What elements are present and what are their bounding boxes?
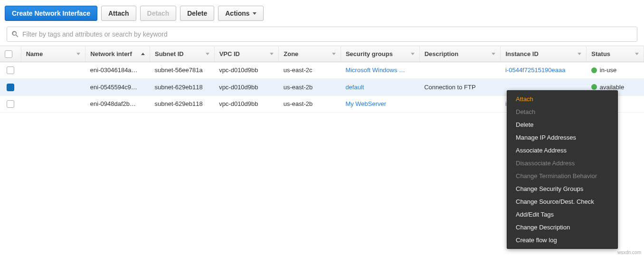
menu-item-detach: Detach	[507, 105, 617, 118]
table-row[interactable]: eni-03046184a…subnet-56ee781avpc-d010d9b…	[0, 62, 644, 79]
col-vpc-label: VPC ID	[219, 50, 240, 57]
actions-button[interactable]: Actions	[218, 6, 263, 21]
watermark: wsxdn.com	[617, 250, 641, 255]
toolbar: Create Network Interface Attach Detach D…	[0, 0, 644, 27]
menu-item-change-security-groups[interactable]: Change Security Groups	[507, 182, 617, 195]
col-subnet-label: Subnet ID	[155, 50, 184, 57]
cell-status: in-use	[587, 62, 644, 79]
col-zone-label: Zone	[284, 50, 298, 57]
sort-icon	[270, 53, 274, 55]
sort-icon	[492, 53, 495, 55]
cell-security-group-link[interactable]: Microsoft Windows …	[345, 66, 405, 74]
row-checkbox-cell[interactable]	[0, 62, 21, 79]
cell-security-group-link[interactable]: default	[345, 84, 364, 91]
cell-subnet: subnet-56ee781a	[150, 62, 214, 79]
menu-item-create-flow-log[interactable]: Create flow log	[507, 234, 617, 247]
row-checkbox-cell[interactable]	[0, 79, 21, 96]
col-name[interactable]: Name	[21, 46, 85, 62]
detach-button: Detach	[140, 6, 177, 21]
sort-icon	[635, 53, 639, 55]
cell-zone: us-east-2c	[279, 62, 341, 79]
sort-icon	[206, 53, 209, 55]
col-vpc[interactable]: VPC ID	[214, 46, 279, 62]
cell-security-group[interactable]: Microsoft Windows …	[341, 62, 419, 79]
col-sg-label: Security groups	[346, 50, 393, 57]
menu-item-delete[interactable]: Delete	[507, 118, 617, 131]
attach-button[interactable]: Attach	[101, 6, 136, 21]
actions-label: Actions	[225, 9, 249, 17]
col-desc[interactable]: Description	[419, 46, 501, 62]
col-eni-label: Network interf	[90, 50, 132, 57]
col-name-label: Name	[26, 50, 43, 57]
menu-item-change-source-dest-check[interactable]: Change Source/Dest. Check	[507, 195, 617, 208]
sort-asc-icon	[141, 53, 145, 55]
cell-zone: us-east-2b	[279, 79, 341, 96]
sort-icon	[332, 53, 336, 55]
status-text: available	[600, 84, 624, 91]
select-all-checkbox[interactable]	[5, 50, 12, 58]
cell-instance-id-link[interactable]: i-0544f72515190eaaa	[505, 66, 566, 74]
menu-item-change-description[interactable]: Change Description	[507, 221, 617, 234]
delete-button[interactable]: Delete	[180, 6, 214, 21]
col-subnet[interactable]: Subnet ID	[150, 46, 214, 62]
cell-eni: eni-03046184a…	[85, 62, 150, 79]
row-checkbox[interactable]	[7, 84, 14, 91]
cell-eni: eni-0545594c9…	[85, 79, 150, 96]
cell-subnet: subnet-629eb118	[150, 95, 214, 113]
menu-item-add-edit-tags[interactable]: Add/Edit Tags	[507, 208, 617, 221]
caret-down-icon	[253, 12, 256, 15]
search-bar[interactable]	[7, 27, 637, 42]
cell-security-group-link[interactable]: My WebServer	[345, 100, 386, 107]
status-dot-icon	[591, 67, 597, 73]
row-checkbox-cell[interactable]	[0, 95, 21, 113]
cell-name	[21, 95, 85, 113]
cell-eni: eni-0948daf2b…	[85, 95, 150, 113]
menu-item-attach[interactable]: Attach	[507, 93, 617, 105]
cell-security-group[interactable]: default	[341, 79, 419, 96]
cell-name	[21, 62, 85, 79]
sort-icon	[76, 53, 80, 55]
menu-item-manage-ip-addresses[interactable]: Manage IP Addresses	[507, 131, 617, 144]
col-eni[interactable]: Network interf	[85, 46, 150, 62]
header-checkbox-cell[interactable]	[0, 46, 21, 62]
search-icon	[11, 30, 19, 38]
cell-instance-id[interactable]: i-0544f72515190eaaa	[501, 62, 587, 79]
col-desc-label: Description	[425, 50, 459, 57]
col-status[interactable]: Status	[587, 46, 644, 62]
col-status-label: Status	[591, 50, 610, 57]
row-checkbox[interactable]	[7, 100, 14, 108]
col-instance-label: Instance ID	[505, 50, 538, 57]
actions-context-menu[interactable]: AttachDetachDeleteManage IP AddressesAss…	[507, 90, 618, 249]
table-header-row: Name Network interf Subnet ID VPC ID Zon…	[0, 46, 644, 62]
sort-icon	[578, 53, 581, 55]
cell-vpc: vpc-d010d9bb	[214, 79, 279, 96]
col-sg[interactable]: Security groups	[341, 46, 419, 62]
cell-vpc: vpc-d010d9bb	[214, 95, 279, 113]
cell-description	[419, 62, 501, 79]
row-checkbox[interactable]	[7, 66, 14, 74]
create-network-interface-button[interactable]: Create Network Interface	[5, 6, 97, 21]
cell-subnet: subnet-629eb118	[150, 79, 214, 96]
menu-item-disassociate-address: Disassociate Address	[507, 157, 617, 170]
cell-description: Connection to FTP	[419, 79, 501, 96]
menu-item-associate-address[interactable]: Associate Address	[507, 144, 617, 157]
cell-vpc: vpc-d010d9bb	[214, 62, 279, 79]
status-dot-icon	[591, 84, 597, 90]
cell-name	[21, 79, 85, 96]
menu-item-change-termination-behavior: Change Termination Behavior	[507, 170, 617, 182]
status-text: in-use	[600, 66, 616, 74]
cell-description	[419, 95, 501, 113]
cell-security-group[interactable]: My WebServer	[341, 95, 419, 113]
col-zone[interactable]: Zone	[279, 46, 341, 62]
sort-icon	[411, 53, 415, 55]
col-instance[interactable]: Instance ID	[501, 46, 587, 62]
search-input[interactable]	[22, 30, 633, 38]
cell-zone: us-east-2b	[279, 95, 341, 113]
